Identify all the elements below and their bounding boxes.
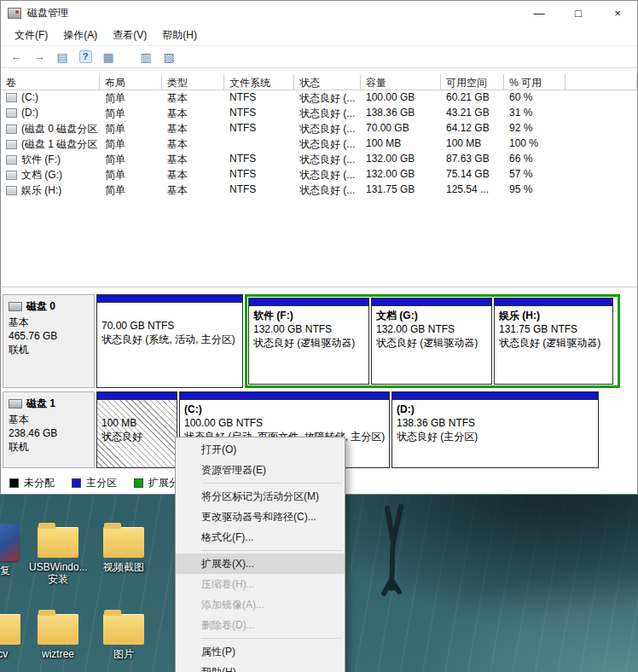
col-pct[interactable]: % 可用 <box>504 74 566 90</box>
menu-view[interactable]: 查看(V) <box>106 26 154 45</box>
partition-disk1-reserved[interactable]: 100 MB 状态良好 <box>96 391 177 468</box>
console-tree-icon[interactable]: ▤ <box>52 48 72 67</box>
pct-cell: 92 % <box>504 121 566 136</box>
volume-icon <box>6 171 17 180</box>
partition-g[interactable]: 文档 (G:) 132.00 GB NTFS 状态良好 (逻辑驱动器) <box>371 298 492 385</box>
col-extra <box>566 74 637 90</box>
col-fs[interactable]: 文件系统 <box>224 74 294 90</box>
disk-0-partitions: 70.00 GB NTFS 状态良好 (系统, 活动, 主分区) 软件 (F:)… <box>96 294 637 388</box>
menu-item-explorer[interactable]: 资源管理器(E) <box>176 460 345 480</box>
table-row-disk1-part1[interactable]: (磁盘 1 磁盘分区 1) 简单 基本 状态良好 (... 100 MB 100… <box>1 136 637 152</box>
partition-f[interactable]: 软件 (F:) 132.00 GB NTFS 状态良好 (逻辑驱动器) <box>248 298 369 385</box>
desktop-icon-repair[interactable]: 修复 <box>0 520 29 576</box>
folder-icon <box>38 527 78 558</box>
disk-status: 联机 <box>9 440 89 454</box>
menu-item-mark-active[interactable]: 将分区标记为活动分区(M) <box>176 486 345 507</box>
desktop-icon-ecv[interactable]: ecv <box>0 607 29 660</box>
menu-item-help[interactable]: 帮助(H) <box>176 662 345 672</box>
status-cell: 状态良好 (... <box>294 182 361 198</box>
table-row-f[interactable]: 软件 (F:) 简单 基本 NTFS 状态良好 (... 132.00 GB 8… <box>1 152 637 167</box>
disk-icon <box>9 302 22 311</box>
menu-item-properties[interactable]: 属性(P) <box>176 641 345 662</box>
disk-name: 磁盘 1 <box>26 397 55 411</box>
pct-cell: 60 % <box>504 90 566 106</box>
menu-item-extend-volume[interactable]: 扩展卷(X)... <box>176 553 345 574</box>
toolbar: ← → ▤ ? ▦ ▥ ▧ <box>1 46 637 68</box>
menu-item-delete-volume: 删除卷(D)... <box>176 615 345 635</box>
desktop-icon-pictures[interactable]: 图片 <box>95 607 153 660</box>
table-header: 卷 布局 类型 文件系统 状态 容量 可用空间 % 可用 <box>1 74 637 90</box>
table-row-disk0-part1[interactable]: (磁盘 0 磁盘分区 1) 简单 基本 NTFS 状态良好 (... 70.00… <box>1 121 637 136</box>
col-status[interactable]: 状态 <box>294 74 361 90</box>
capacity-cell: 132.00 GB <box>361 167 441 182</box>
menu-item-format[interactable]: 格式化(F)... <box>176 527 345 547</box>
minimize-button[interactable]: — <box>519 1 559 25</box>
layout-cell: 简单 <box>100 106 162 121</box>
layout-cell: 简单 <box>100 121 162 136</box>
partition-color-strip <box>495 298 612 306</box>
help-icon[interactable]: ? <box>75 48 96 67</box>
maximize-button[interactable]: □ <box>559 1 598 25</box>
disk-0-row: 磁盘 0 基本 465.76 GB 联机 70.00 GB NTFS 状态良好 … <box>3 294 637 388</box>
partition-color-strip <box>392 392 598 400</box>
free-cell: 64.12 GB <box>441 121 504 136</box>
volume-icon <box>6 125 17 134</box>
menu-help[interactable]: 帮助(H) <box>155 26 204 45</box>
legend-primary: 主分区 <box>72 476 117 490</box>
window-controls: — □ × <box>519 1 637 25</box>
partition-h[interactable]: 娱乐 (H:) 131.75 GB NTFS 状态良好 (逻辑驱动器) <box>494 298 613 385</box>
layout-cell: 简单 <box>100 152 162 167</box>
fs-cell: NTFS <box>224 167 294 182</box>
table-row-c[interactable]: (C:) 简单 基本 NTFS 状态良好 (... 100.00 GB 60.2… <box>1 90 637 106</box>
disk-management-window: 磁盘管理 — □ × 文件(F) 操作(A) 查看(V) 帮助(H) ← → ▤… <box>0 0 638 495</box>
pct-cell: 100 % <box>504 136 566 152</box>
volume-icon <box>6 140 17 149</box>
desktop-icon-wiztree[interactable]: wiztree <box>29 607 87 660</box>
status-cell: 状态良好 (... <box>294 136 361 152</box>
volume-cell: 娱乐 (H:) <box>1 182 100 198</box>
table-row-d[interactable]: (D:) 简单 基本 NTFS 状态良好 (... 138.36 GB 43.2… <box>1 106 637 121</box>
properties-icon[interactable]: ▥ <box>136 48 156 67</box>
desktop-icon-video-screenshots[interactable]: 视频截图 <box>95 520 153 573</box>
forward-icon[interactable]: → <box>29 48 49 67</box>
table-row-g[interactable]: 文档 (G:) 简单 基本 NTFS 状态良好 (... 132.00 GB 7… <box>1 167 637 182</box>
disk-size: 238.46 GB <box>9 426 89 440</box>
back-icon[interactable]: ← <box>6 48 26 67</box>
pct-cell: 95 % <box>504 182 566 198</box>
col-capacity[interactable]: 容量 <box>361 74 441 90</box>
partition-color-strip <box>97 392 177 400</box>
desktop-icon-label: 图片 <box>95 648 153 660</box>
fs-cell: NTFS <box>224 152 294 167</box>
menu-item-shrink-volume: 压缩卷(H)... <box>176 574 345 594</box>
type-cell: 基本 <box>162 136 224 152</box>
disk-management-app-icon <box>8 8 21 19</box>
pct-cell: 31 % <box>504 106 566 121</box>
menu-action[interactable]: 操作(A) <box>56 26 104 45</box>
volume-list-pane: 卷 布局 类型 文件系统 状态 容量 可用空间 % 可用 (C:) 简单 基本 … <box>1 74 637 287</box>
type-cell: 基本 <box>162 121 224 136</box>
status-cell: 状态良好 (... <box>294 152 361 167</box>
status-cell: 状态良好 (... <box>294 167 361 182</box>
type-cell: 基本 <box>162 152 224 167</box>
col-type[interactable]: 类型 <box>162 74 224 90</box>
menu-item-change-letter[interactable]: 更改驱动器号和路径(C)... <box>176 507 345 527</box>
type-cell: 基本 <box>162 106 224 121</box>
table-row-h[interactable]: 娱乐 (H:) 简单 基本 NTFS 状态良好 (... 131.75 GB 1… <box>1 182 637 198</box>
graphical-view-icon[interactable]: ▧ <box>159 48 179 67</box>
col-free[interactable]: 可用空间 <box>441 74 504 90</box>
col-volume[interactable]: 卷 <box>1 74 100 90</box>
desktop-icon-usbwindows-install[interactable]: USBWindo... 安装 <box>29 520 87 585</box>
disk-1-label[interactable]: 磁盘 1 基本 238.46 GB 联机 <box>3 391 95 468</box>
menu-item-open[interactable]: 打开(O) <box>176 439 345 460</box>
partition-disk0-system[interactable]: 70.00 GB NTFS 状态良好 (系统, 活动, 主分区) <box>96 294 243 388</box>
volume-icon <box>6 155 17 165</box>
menu-file[interactable]: 文件(F) <box>8 26 55 45</box>
close-button[interactable]: × <box>598 1 637 25</box>
free-cell: 100 MB <box>441 136 504 152</box>
partition-d[interactable]: (D:) 138.36 GB NTFS 状态良好 (主分区) <box>392 391 599 468</box>
free-cell: 43.21 GB <box>441 106 504 121</box>
export-list-icon[interactable]: ▦ <box>98 48 119 67</box>
disk-0-label[interactable]: 磁盘 0 基本 465.76 GB 联机 <box>3 294 95 388</box>
screen: 修复 USBWindo... 安装 视频截图 ecv wiztree 图片 磁盘… <box>0 0 638 672</box>
col-layout[interactable]: 布局 <box>100 74 162 90</box>
